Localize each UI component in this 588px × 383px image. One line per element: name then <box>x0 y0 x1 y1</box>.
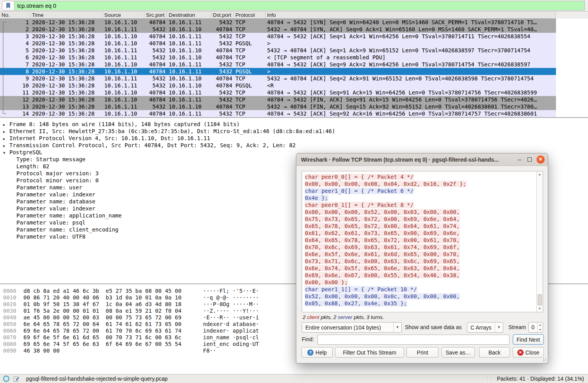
packet-row[interactable]: 52020-12-30 15:36:2810.16.1.11543210.16.… <box>0 47 556 54</box>
stream-line: char peer0_1[] = { /* Packet 8 */ <box>305 201 536 208</box>
detail-line[interactable]: ▸Transmission Control Protocol, Src Port… <box>0 142 588 149</box>
column-header-protocol[interactable]: Protocol <box>234 12 265 19</box>
detail-text: Parameter name: client_encoding <box>16 226 118 233</box>
packet-row[interactable]: 62020-12-30 15:36:2810.16.1.11543210.16.… <box>0 54 556 61</box>
summary-segment: client <box>307 314 319 320</box>
detail-text: Parameter name: application_name <box>16 212 122 219</box>
maximize-button[interactable] <box>527 157 532 162</box>
cell-src: 10.16.1.11 <box>103 75 144 82</box>
cell-no: 6 <box>0 54 30 61</box>
display-filter-input[interactable]: tcp.stream eq 0 <box>14 1 585 11</box>
minimize-button[interactable]: – <box>515 154 524 166</box>
packet-row[interactable]: 102020-12-30 15:36:2810.16.1.11543210.16… <box>0 82 556 89</box>
packet-list: 12020-12-30 15:36:2810.16.1.104078410.16… <box>0 19 588 117</box>
packet-row[interactable]: 92020-12-30 15:36:2810.16.1.11543210.16.… <box>0 75 556 82</box>
stream-line-text: 0x4e }; <box>305 195 328 201</box>
cell-info: 40784 → 5432 [ACK] Seq=92 Ack=16 Win=642… <box>265 110 556 117</box>
cell-sport: 5432 <box>144 103 167 110</box>
cell-info: < [TCP segment of a reassembled PDU] <box>265 54 556 61</box>
scroll-up-icon[interactable]: ▲ <box>537 172 542 177</box>
cell-dst: 10.16.1.11 <box>167 61 211 68</box>
cell-time: 2020-12-30 15:36:28 <box>30 96 103 103</box>
column-header-srcport[interactable]: Src.port <box>144 12 167 19</box>
detail-text: Transmission Control Protocol, Src Port:… <box>9 142 296 148</box>
column-header-dstport[interactable]: Dst.port <box>211 12 234 19</box>
cell-info: 40784 → 5432 [SYN] Seq=0 Win=64240 Len=0… <box>265 19 556 26</box>
spinner-up-icon[interactable]: ▲ <box>538 322 543 328</box>
filter-bookmark-button[interactable] <box>2 1 14 11</box>
column-header-info[interactable]: Info <box>265 12 556 19</box>
hex-offset: 0070 <box>3 334 20 341</box>
packet-row[interactable]: 142020-12-30 15:36:2810.16.1.104078410.1… <box>0 110 556 117</box>
stream-scrollbar[interactable]: ▲ ▼ <box>536 171 543 312</box>
conversation-select-value: Entire conversation (104 bytes) <box>302 324 393 331</box>
scrollbar-thumb[interactable] <box>538 294 542 305</box>
column-header-source[interactable]: Source <box>103 12 144 19</box>
hex-bytes: 6e 64 65 78 65 72 00 64 61 74 61 62 61 7… <box>23 321 200 328</box>
summary-segment: pkts, 2 <box>319 314 338 320</box>
stream-line: 0x6e, 0x5f, 0x6e, 0x61, 0x6d, 0x65, 0x00… <box>305 251 536 258</box>
packet-row[interactable]: 82020-12-30 15:36:2810.16.1.104078410.16… <box>0 68 556 75</box>
packet-row[interactable]: 122020-12-30 15:36:2810.16.1.104078410.1… <box>0 96 556 103</box>
stream-line: 0x00, 0x00 }; <box>305 279 536 286</box>
save-as-label: Save as… <box>445 349 471 356</box>
filter-out-stream-button[interactable]: Filter Out This Stream <box>335 347 404 358</box>
cell-sport: 40784 <box>144 33 167 40</box>
packet-row[interactable]: 72020-12-30 15:36:2810.16.1.104078410.16… <box>0 61 556 68</box>
cell-time: 2020-12-30 15:36:28 <box>30 19 103 26</box>
detail-line[interactable]: ▸Ethernet II, Src: HewlettP_27:35:ba (6c… <box>0 128 588 135</box>
detail-text: Parameter name: user <box>16 184 82 191</box>
column-header-no[interactable]: No. <box>0 12 30 19</box>
detail-line[interactable]: ▸Internet Protocol Version 4, Src: 10.16… <box>0 135 588 142</box>
close-window-button[interactable]: ✕ <box>536 155 545 164</box>
conversation-select[interactable]: Entire conversation (104 bytes) ▼ <box>302 322 402 333</box>
cell-info: 5432 → 40784 [ACK] Seq=2 Ack=91 Win=6515… <box>265 75 556 82</box>
packet-row[interactable]: 132020-12-30 15:36:2810.16.1.11543210.16… <box>0 103 556 110</box>
print-label: Print <box>417 349 428 356</box>
stream-line-text: 0x6e, 0x74, 0x5f, 0x65, 0x6e, 0x63, 0x6f… <box>305 265 460 271</box>
find-next-button[interactable]: Find Next <box>513 334 544 345</box>
packet-row[interactable]: 42020-12-30 15:36:2810.16.1.104078410.16… <box>0 40 556 47</box>
cell-dport: 40784 <box>211 75 234 82</box>
hex-bytes: d8 cb 8a ed a1 46 6c 3b e5 27 35 ba 08 0… <box>23 288 200 294</box>
stream-number-spinner[interactable]: 0 ▲ ▼ <box>528 322 543 333</box>
detail-text: Protocol major version: 3 <box>16 170 99 176</box>
detail-line[interactable]: ▸Frame 8: 148 bytes on wire (1184 bits),… <box>0 121 588 128</box>
stream-text[interactable]: char peer0_0[] = { /* Packet 4 */0x00, 0… <box>303 172 536 312</box>
dialog-titlebar[interactable]: Wireshark · Follow TCP Stream (tcp.strea… <box>296 153 548 166</box>
scroll-down-icon[interactable]: ▼ <box>537 306 542 312</box>
capture-comment-icon[interactable] <box>13 376 19 382</box>
status-splitter-handle[interactable]: ⋮⋮ <box>485 376 493 381</box>
cell-proto: TCP <box>234 89 265 96</box>
column-header-destination[interactable]: Destination <box>167 12 211 19</box>
back-button[interactable]: Back <box>479 347 510 358</box>
column-header-time[interactable]: Time <box>30 12 103 19</box>
close-button[interactable]: ✕ Close <box>513 347 544 358</box>
cell-src: 10.16.1.11 <box>103 54 144 61</box>
packet-row[interactable]: 12020-12-30 15:36:2810.16.1.104078410.16… <box>0 19 556 26</box>
help-button[interactable]: ? Help <box>301 347 333 358</box>
format-select-value: C Arrays <box>467 324 495 331</box>
resize-grip[interactable] <box>543 358 547 362</box>
cell-info: 40784 → 5432 [ACK] Seq=1 Ack=1 Win=64256… <box>265 33 556 40</box>
cell-time: 2020-12-30 15:36:28 <box>30 75 103 82</box>
expert-info-icon[interactable] <box>3 376 9 382</box>
find-input[interactable] <box>317 335 510 345</box>
cell-no: 4 <box>0 40 30 47</box>
cell-proto: TCP <box>234 75 265 82</box>
save-as-button[interactable]: Save as… <box>442 347 475 358</box>
packet-row[interactable]: 22020-12-30 15:36:2810.16.1.11543210.16.… <box>0 26 556 33</box>
expand-arrow-icon[interactable]: ▾ <box>3 150 9 157</box>
format-select[interactable]: C Arrays ▼ <box>467 322 503 333</box>
spinner-down-icon[interactable]: ▼ <box>538 328 543 333</box>
packet-row[interactable]: 112020-12-30 15:36:2810.16.1.104078410.1… <box>0 89 556 96</box>
packet-row[interactable]: 32020-12-30 15:36:2810.16.1.104078410.16… <box>0 33 556 40</box>
print-button[interactable]: Print <box>406 347 438 358</box>
cell-dst: 10.16.1.10 <box>167 82 211 89</box>
detail-text: Ethernet II, Src: HewlettP_27:35:ba (6c:… <box>9 128 335 134</box>
stream-line: 0x4e }; <box>305 194 536 201</box>
stream-line: 0x6e, 0x74, 0x5f, 0x65, 0x6e, 0x63, 0x6f… <box>305 265 536 272</box>
cell-proto: TCP <box>234 33 265 40</box>
cell-no: 2 <box>0 26 30 33</box>
hex-offset: 0010 <box>3 294 20 301</box>
